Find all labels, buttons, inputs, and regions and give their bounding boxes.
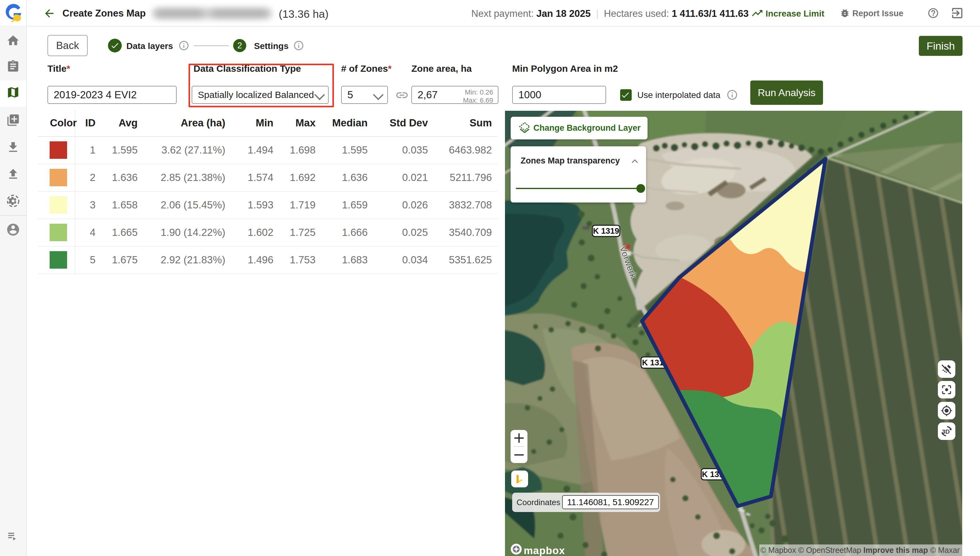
svg-text:K 1319: K 1319 — [593, 226, 619, 236]
